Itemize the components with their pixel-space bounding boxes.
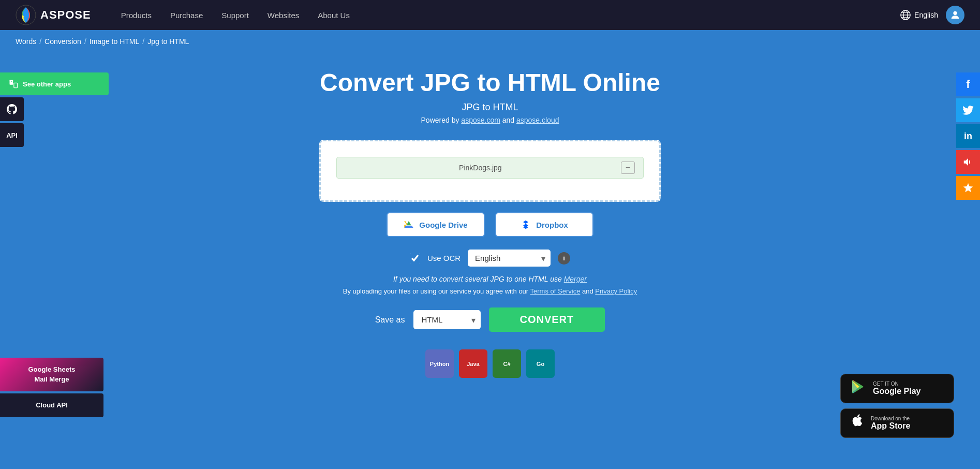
breadcrumb-sep-3: / — [142, 37, 144, 46]
ocr-label: Use OCR — [427, 254, 461, 262]
github-button[interactable] — [0, 97, 24, 121]
nav-items: Products Purchase Support Websites About… — [117, 8, 884, 22]
badge-csharp[interactable]: C# — [493, 349, 521, 378]
badge-java[interactable]: Java — [459, 349, 487, 378]
upload-area[interactable]: PinkDogs.jpg − — [319, 140, 661, 202]
dropbox-button[interactable]: Dropbox — [495, 212, 593, 237]
app-store-area: GET IT ON Google Play Download on the Ap… — [840, 374, 954, 438]
google-sheets-card[interactable]: Google Sheets Mail Merge — [0, 358, 103, 391]
language-selector[interactable]: English — [900, 9, 938, 21]
merger-link[interactable]: Merger — [564, 275, 587, 283]
apple-store-text: Download on the App Store — [871, 416, 910, 431]
ocr-checkbox[interactable] — [410, 253, 420, 263]
google-play-icon — [850, 378, 867, 399]
see-other-apps-button[interactable]: See other apps — [0, 72, 109, 95]
file-item: PinkDogs.jpg − — [336, 157, 644, 179]
format-dropdown[interactable]: HTML PDF DOCX PNG JPEG — [413, 310, 481, 329]
dropbox-label: Dropbox — [536, 221, 568, 229]
save-row: Save as HTML PDF DOCX PNG JPEG ▾ CONVERT — [375, 307, 605, 332]
ocr-row: Use OCR English French German Spanish It… — [410, 250, 570, 267]
megaphone-button[interactable] — [956, 150, 980, 174]
cloud-buttons: Google Drive Dropbox — [387, 212, 593, 237]
format-badges: Python Java C# Go — [425, 349, 555, 378]
linkedin-icon: in — [964, 131, 972, 142]
nav-websites[interactable]: Websites — [263, 8, 303, 22]
svg-rect-8 — [14, 83, 18, 87]
svg-point-6 — [953, 11, 957, 15]
merger-text: If you need to convert several JPG to on… — [393, 275, 587, 283]
tos-link[interactable]: Terms of Service — [530, 287, 581, 295]
language-dropdown[interactable]: English French German Spanish Italian Ch… — [468, 250, 551, 267]
brand-logo-area[interactable]: ASPOSE — [16, 5, 91, 25]
badge-go[interactable]: Go — [526, 349, 555, 378]
cloud-api-card[interactable]: Cloud API — [0, 393, 103, 417]
linkedin-button[interactable]: in — [956, 124, 980, 148]
breadcrumb-words[interactable]: Words — [16, 37, 36, 46]
remove-file-button[interactable]: − — [621, 162, 635, 174]
twitter-button[interactable] — [956, 98, 980, 122]
nav-products[interactable]: Products — [117, 8, 156, 22]
tos-text: By uploading your files or using our ser… — [343, 287, 637, 295]
apple-icon — [850, 413, 865, 433]
navbar: ASPOSE Products Purchase Support Website… — [0, 0, 980, 30]
nav-about[interactable]: About Us — [314, 8, 354, 22]
page-title: Convert JPG to HTML Online — [320, 68, 660, 97]
file-name: PinkDogs.jpg — [345, 164, 616, 172]
aspose-cloud-link[interactable]: aspose.cloud — [516, 116, 559, 124]
powered-by: Powered by aspose.com and aspose.cloud — [421, 116, 559, 124]
breadcrumb-jpg-to-html: Jpg to HTML — [147, 37, 189, 46]
star-button[interactable] — [956, 176, 980, 200]
user-avatar[interactable] — [946, 6, 964, 24]
see-other-apps-label: See other apps — [23, 80, 71, 88]
google-play-text: GET IT ON Google Play — [873, 381, 920, 396]
main-content: Convert JPG to HTML Online JPG to HTML P… — [0, 53, 980, 393]
svg-rect-7 — [10, 80, 13, 85]
facebook-button[interactable]: f — [956, 72, 980, 96]
nav-purchase[interactable]: Purchase — [166, 8, 207, 22]
breadcrumb-conversion[interactable]: Conversion — [44, 37, 81, 46]
api-label: API — [6, 131, 18, 139]
google-play-button[interactable]: GET IT ON Google Play — [840, 374, 954, 403]
nav-support[interactable]: Support — [217, 8, 253, 22]
badge-python[interactable]: Python — [425, 349, 454, 378]
breadcrumb: Words / Conversion / Image to HTML / Jpg… — [0, 30, 980, 53]
navbar-right: English — [900, 6, 964, 24]
aspose-com-link[interactable]: aspose.com — [461, 116, 500, 124]
facebook-icon: f — [966, 78, 970, 91]
google-drive-label: Google Drive — [419, 221, 467, 229]
breadcrumb-sep-2: / — [84, 37, 86, 46]
brand-name: ASPOSE — [40, 8, 91, 22]
left-sidebar: See other apps API — [0, 72, 109, 147]
breadcrumb-image-to-html[interactable]: Image to HTML — [90, 37, 139, 46]
convert-button[interactable]: CONVERT — [489, 307, 605, 332]
save-as-label: Save as — [375, 315, 405, 325]
page-subtitle: JPG to HTML — [462, 102, 518, 113]
language-label: English — [914, 11, 938, 19]
breadcrumb-sep-1: / — [39, 37, 41, 46]
apple-store-button[interactable]: Download on the App Store — [840, 408, 954, 438]
info-icon[interactable]: i — [558, 252, 570, 265]
right-sidebar: f in — [956, 72, 980, 200]
google-drive-button[interactable]: Google Drive — [387, 212, 485, 237]
api-button[interactable]: API — [0, 123, 24, 147]
privacy-link[interactable]: Privacy Policy — [595, 287, 637, 295]
bottom-left-sidebar: Google Sheets Mail Merge Cloud API — [0, 358, 103, 417]
